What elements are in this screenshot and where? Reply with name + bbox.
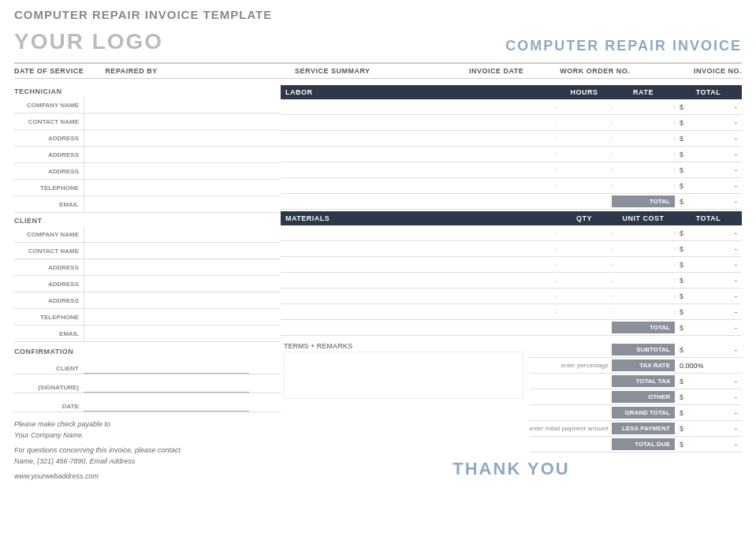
labor-row1-rate[interactable] xyxy=(612,106,675,109)
labor-row2-main[interactable] xyxy=(281,121,557,125)
materials-col-main-header: MATERIALS xyxy=(281,211,557,225)
mat-row4-unit-cost[interactable] xyxy=(612,279,675,282)
mat-row3-main[interactable] xyxy=(281,263,557,266)
conf-signature-row: (SIGNATURE) xyxy=(14,376,281,393)
info-bar: DATE OF SERVICE REPAIRED BY SERVICE SUMM… xyxy=(14,62,742,79)
tech-telephone-value[interactable] xyxy=(84,180,281,195)
mat-row5-qty[interactable] xyxy=(557,295,612,298)
labor-total-row: TOTAL $- xyxy=(281,194,742,210)
labor-row4-main[interactable] xyxy=(281,153,557,156)
tech-company-name-value[interactable] xyxy=(84,97,281,113)
conf-client-row: CLIENT xyxy=(14,357,281,374)
summary-lesspayment-value[interactable]: $- xyxy=(675,423,742,434)
info-service-summary: SERVICE SUMMARY xyxy=(196,67,469,75)
labor-row3-main[interactable] xyxy=(281,137,557,140)
labor-row2-rate[interactable] xyxy=(612,121,675,125)
mat-row3-unit-cost[interactable] xyxy=(612,263,675,266)
technician-fields: COMPANY NAME CONTACT NAME ADDRESS ADDRES… xyxy=(14,97,281,213)
confirmation-section: CONFIRMATION CLIENT (SIGNATURE) DATE xyxy=(14,345,281,412)
labor-row6-hours[interactable] xyxy=(557,184,612,188)
labor-row-2: $- xyxy=(281,115,742,131)
bottom-left-text: Please make check payable to Your Compan… xyxy=(14,419,281,482)
labor-row4-hours[interactable] xyxy=(557,153,612,156)
conf-client-line[interactable] xyxy=(84,359,249,374)
mat-row4-qty[interactable] xyxy=(557,279,612,282)
page: COMPUTER REPAIR INVOICE TEMPLATE YOUR LO… xyxy=(0,0,756,490)
mat-row1-unit-cost[interactable] xyxy=(612,232,675,235)
client-address2-value[interactable] xyxy=(84,276,281,292)
summary-grandtotal-value: $- xyxy=(675,408,742,419)
mat-row2-qty[interactable] xyxy=(557,248,612,251)
summary-taxrate-hint: enter percentage xyxy=(530,362,613,369)
terms-content[interactable] xyxy=(284,352,523,399)
info-date-of-service: DATE OF SERVICE xyxy=(14,67,105,75)
mat-row-3: $- xyxy=(281,257,742,273)
labor-row6-rate[interactable] xyxy=(612,184,675,188)
summary-lesspayment-row: enter initial payment amount LESS PAYMEN… xyxy=(530,421,743,437)
labor-row-3: $- xyxy=(281,131,742,147)
labor-row-5: $- xyxy=(281,162,742,178)
client-contact-name-label: CONTACT NAME xyxy=(14,248,84,255)
client-telephone-value[interactable] xyxy=(84,309,281,325)
mat-row4-main[interactable] xyxy=(281,279,557,282)
client-company-name-value[interactable] xyxy=(84,226,281,242)
labor-row5-rate[interactable] xyxy=(612,169,675,172)
labor-section: LABOR HOURS RATE TOTAL $- $- xyxy=(281,85,742,210)
payable-line2: Your Company Name. xyxy=(14,430,281,441)
conf-date-line[interactable] xyxy=(84,397,249,411)
tech-address3-value[interactable] xyxy=(84,163,281,179)
confirmation-label: CONFIRMATION xyxy=(14,345,281,357)
main-layout: TECHNICIAN COMPANY NAME CONTACT NAME ADD… xyxy=(14,85,742,482)
tech-address2-label: ADDRESS xyxy=(14,151,84,158)
labor-row2-hours[interactable] xyxy=(557,121,612,125)
summary-totaltax-label: TOTAL TAX xyxy=(612,375,675,387)
mat-row1-qty[interactable] xyxy=(557,232,612,235)
labor-row1-total: $- xyxy=(675,102,742,113)
summary-grandtotal-row: GRAND TOTAL $- xyxy=(530,405,743,421)
summary-section: SUBTOTAL $- enter percentage TAX RATE 0.… xyxy=(530,342,743,452)
mat-row5-unit-cost[interactable] xyxy=(612,295,675,298)
labor-total-value: $- xyxy=(675,196,742,207)
tech-contact-name-value[interactable] xyxy=(84,114,281,129)
tech-address1-label: ADDRESS xyxy=(14,135,84,142)
labor-row3-hours[interactable] xyxy=(557,137,612,140)
labor-row5-main[interactable] xyxy=(281,169,557,172)
labor-row6-main[interactable] xyxy=(281,184,557,188)
client-address1-value[interactable] xyxy=(84,259,281,275)
labor-row1-hours[interactable] xyxy=(557,106,612,109)
client-address3-value[interactable] xyxy=(84,292,281,308)
mat-row6-unit-cost[interactable] xyxy=(612,311,675,314)
mat-row5-main[interactable] xyxy=(281,295,557,298)
summary-other-row: OTHER $- xyxy=(530,389,743,405)
logo: YOUR LOGO xyxy=(14,29,163,54)
page-title: COMPUTER REPAIR INVOICE TEMPLATE xyxy=(14,8,742,21)
labor-row1-main[interactable] xyxy=(281,106,557,109)
materials-table-header: MATERIALS QTY UNIT COST TOTAL xyxy=(281,211,742,225)
labor-row3-rate[interactable] xyxy=(612,137,675,140)
mat-row2-main[interactable] xyxy=(281,248,557,251)
mat-row6-main[interactable] xyxy=(281,311,557,314)
summary-lesspayment-hint: enter initial payment amount xyxy=(530,425,613,432)
materials-col-total-header: TOTAL xyxy=(675,211,742,225)
mat-row1-main[interactable] xyxy=(281,232,557,235)
conf-signature-line[interactable] xyxy=(84,378,249,393)
summary-taxrate-value[interactable]: 0.000% xyxy=(675,360,742,371)
labor-row5-hours[interactable] xyxy=(557,169,612,172)
tech-address2-value[interactable] xyxy=(84,147,281,162)
summary-subtotal-value: $- xyxy=(675,344,742,356)
tech-telephone-row: TELEPHONE xyxy=(14,180,281,196)
client-email-value[interactable] xyxy=(84,326,281,341)
client-section-label: CLIENT xyxy=(14,214,281,226)
mat-row6-qty[interactable] xyxy=(557,311,612,314)
tech-address1-row: ADDRESS xyxy=(14,130,281,147)
client-address3-label: ADDRESS xyxy=(14,297,84,304)
client-telephone-label: TELEPHONE xyxy=(14,314,84,321)
tech-email-value[interactable] xyxy=(84,196,281,212)
tech-address1-value[interactable] xyxy=(84,130,281,146)
mat-row3-qty[interactable] xyxy=(557,263,612,266)
labor-row-6: $- xyxy=(281,178,742,194)
labor-row4-total: $- xyxy=(675,149,742,160)
client-contact-name-value[interactable] xyxy=(84,243,281,259)
mat-row2-unit-cost[interactable] xyxy=(612,248,675,251)
labor-row4-rate[interactable] xyxy=(612,153,675,156)
